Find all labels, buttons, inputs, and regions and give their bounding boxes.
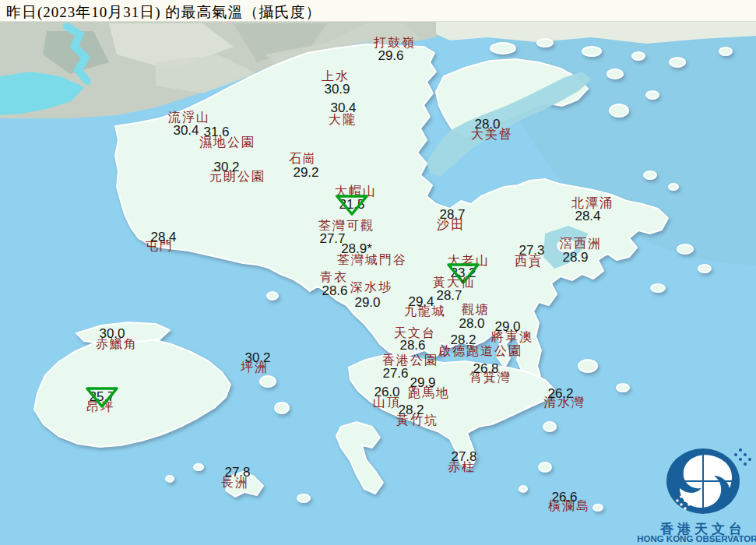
station-temperature-value: 29.0 [354, 296, 380, 309]
station-temperature-value: 29.4 [408, 295, 434, 308]
station-name: 大隴 [329, 114, 357, 126]
station-temperature-value: 31.6 [203, 125, 229, 139]
station-name: 深水埗 [350, 281, 392, 294]
station-temperature-value: 26.8 [473, 362, 498, 375]
station-temperature-value: 28.6 [399, 339, 425, 352]
station-temperature-value: 25.7 [89, 390, 114, 403]
station-temperature-value: 26.0 [374, 385, 399, 399]
station-temperature-value: 30.9 [324, 83, 350, 96]
station-temperature-value: 28.6 [322, 284, 347, 297]
station-temperature-value: 30.2 [213, 160, 239, 174]
station-temperature-value: 26.6 [551, 490, 577, 504]
hko-max-temperature-map: 昨日(2023年10月31日) 的最高氣溫（攝氏度） 打鼓嶺29.6上水30.9… [0, 0, 756, 545]
station-temperature-value: 27.6 [382, 367, 408, 380]
hko-logo-emblem [641, 442, 756, 520]
lantau-island [34, 336, 230, 447]
station-temperature-value: 28.0 [474, 118, 500, 131]
station-name: 觀塘 [462, 304, 490, 316]
station-temperature-value: 26.2 [547, 387, 573, 400]
station-temperature-value: 29.2 [293, 166, 318, 179]
station-name: 滘西洲 [560, 237, 602, 250]
station-temperature-value: 29.0 [494, 320, 520, 333]
station-name: 石崗 [289, 153, 317, 165]
station-temperature-value: 27.8 [224, 466, 250, 479]
station-temperature-value: 28.4 [150, 230, 176, 244]
station-temperature-value: 28.4 [575, 209, 600, 223]
station-name: 上水 [322, 70, 350, 83]
station-name: 大帽山 [335, 185, 377, 198]
station-temperature-value: 28.9 [562, 251, 588, 264]
station-temperature-value: 27.8 [451, 450, 476, 463]
station-temperature-value: 29.6 [378, 49, 403, 62]
station-name: 香港公園 [382, 354, 438, 367]
station-name: 黃大仙 [433, 276, 475, 289]
station-name: 流浮山 [168, 111, 210, 124]
lamma-island [336, 422, 383, 494]
halftone-dots-dark [734, 448, 751, 466]
station-temperature-value: 29.9 [410, 376, 435, 389]
map-title: 昨日(2023年10月31日) 的最高氣溫（攝氏度） [6, 2, 321, 23]
station-temperature-value: 30.0 [99, 327, 125, 340]
station-temperature-value: 27.3 [519, 244, 544, 257]
station-temperature-value: 28.9* [341, 242, 372, 255]
station-name: 青衣 [320, 271, 348, 283]
station-temperature-value: 30.4 [330, 101, 356, 114]
station-temperature-value: 28.0 [459, 317, 484, 330]
station-name: 荃灣可觀 [318, 220, 374, 232]
station-temperature-value: 30.4 [173, 124, 199, 137]
station-name: 北潭涌 [571, 197, 614, 209]
station-temperature-value: 21.5 [339, 198, 364, 211]
station-temperature-value: 28.7 [436, 289, 462, 302]
station-name: 打鼓嶺 [374, 37, 416, 49]
station-temperature-value: 30.2 [244, 351, 270, 364]
title-bar: 昨日(2023年10月31日) 的最高氣溫（攝氏度） [0, 0, 756, 22]
station-temperature-value: 28.2 [450, 333, 476, 346]
station-temperature-value: 28.7 [439, 208, 465, 221]
station-temperature-value: 28.2 [398, 403, 424, 417]
hko-logo-english-name: HONG KONG OBSERVATORY [637, 534, 756, 543]
